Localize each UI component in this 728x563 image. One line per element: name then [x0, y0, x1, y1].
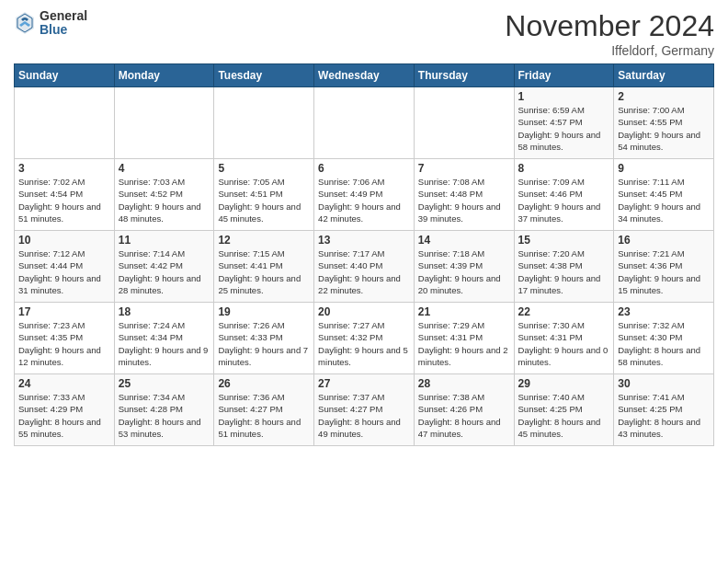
day-info: Sunrise: 7:33 AMSunset: 4:29 PMDaylight:… [18, 391, 110, 440]
day-cell-4-4: 28Sunrise: 7:38 AMSunset: 4:26 PMDayligh… [414, 374, 514, 446]
day-cell-3-2: 19Sunrise: 7:26 AMSunset: 4:33 PMDayligh… [214, 303, 314, 374]
day-cell-0-0 [15, 87, 115, 159]
day-number: 13 [318, 234, 410, 247]
day-cell-4-3: 27Sunrise: 7:37 AMSunset: 4:27 PMDayligh… [314, 374, 415, 446]
day-number: 22 [518, 305, 610, 318]
day-number: 28 [418, 377, 510, 390]
col-wednesday: Wednesday [314, 64, 415, 87]
day-cell-2-4: 14Sunrise: 7:18 AMSunset: 4:39 PMDayligh… [414, 231, 514, 303]
day-info: Sunrise: 7:18 AMSunset: 4:39 PMDaylight:… [418, 247, 510, 296]
day-number: 20 [318, 305, 410, 318]
day-info: Sunrise: 7:03 AMSunset: 4:52 PMDaylight:… [119, 176, 210, 224]
day-number: 26 [218, 377, 310, 390]
logo-blue: Blue [40, 23, 87, 37]
day-info: Sunrise: 7:20 AMSunset: 4:38 PMDaylight:… [518, 247, 610, 296]
day-info: Sunrise: 7:06 AMSunset: 4:49 PMDaylight:… [318, 176, 410, 224]
day-number: 29 [518, 377, 610, 390]
day-info: Sunrise: 7:26 AMSunset: 4:33 PMDaylight:… [218, 319, 310, 368]
day-number: 25 [119, 377, 210, 390]
day-cell-3-3: 20Sunrise: 7:27 AMSunset: 4:32 PMDayligh… [314, 303, 415, 374]
day-info: Sunrise: 7:37 AMSunset: 4:27 PMDaylight:… [318, 391, 410, 440]
day-info: Sunrise: 7:24 AMSunset: 4:34 PMDaylight:… [119, 319, 210, 368]
day-info: Sunrise: 7:00 AMSunset: 4:55 PMDaylight:… [618, 104, 710, 153]
day-info: Sunrise: 7:30 AMSunset: 4:31 PMDaylight:… [518, 319, 610, 368]
col-sunday: Sunday [15, 64, 115, 87]
day-info: Sunrise: 7:40 AMSunset: 4:25 PMDaylight:… [518, 391, 610, 440]
day-cell-3-0: 17Sunrise: 7:23 AMSunset: 4:35 PMDayligh… [15, 303, 115, 374]
day-cell-1-1: 4Sunrise: 7:03 AMSunset: 4:52 PMDaylight… [114, 159, 214, 231]
day-cell-3-4: 21Sunrise: 7:29 AMSunset: 4:31 PMDayligh… [414, 303, 514, 374]
day-cell-4-5: 29Sunrise: 7:40 AMSunset: 4:25 PMDayligh… [514, 374, 614, 446]
logo-icon [14, 10, 36, 36]
day-number: 19 [218, 305, 310, 318]
day-number: 17 [18, 305, 110, 318]
col-saturday: Saturday [614, 64, 714, 87]
day-cell-1-6: 9Sunrise: 7:11 AMSunset: 4:45 PMDaylight… [614, 159, 714, 231]
day-cell-2-5: 15Sunrise: 7:20 AMSunset: 4:38 PMDayligh… [514, 231, 614, 303]
day-cell-4-2: 26Sunrise: 7:36 AMSunset: 4:27 PMDayligh… [214, 374, 314, 446]
day-info: Sunrise: 6:59 AMSunset: 4:57 PMDaylight:… [518, 104, 610, 153]
day-info: Sunrise: 7:02 AMSunset: 4:54 PMDaylight:… [18, 176, 110, 224]
calendar-body: 1Sunrise: 6:59 AMSunset: 4:57 PMDaylight… [15, 87, 714, 446]
day-cell-0-1 [114, 87, 214, 159]
day-info: Sunrise: 7:36 AMSunset: 4:27 PMDaylight:… [218, 391, 310, 440]
col-monday: Monday [114, 64, 214, 87]
logo-general: General [40, 9, 87, 23]
day-info: Sunrise: 7:38 AMSunset: 4:26 PMDaylight:… [418, 391, 510, 440]
week-row-5: 24Sunrise: 7:33 AMSunset: 4:29 PMDayligh… [15, 374, 714, 446]
day-cell-0-5: 1Sunrise: 6:59 AMSunset: 4:57 PMDaylight… [514, 87, 614, 159]
day-number: 21 [418, 305, 510, 318]
day-cell-3-1: 18Sunrise: 7:24 AMSunset: 4:34 PMDayligh… [114, 303, 214, 374]
day-number: 12 [218, 234, 310, 247]
day-cell-2-2: 12Sunrise: 7:15 AMSunset: 4:41 PMDayligh… [214, 231, 314, 303]
page-container: General Blue November 2024 Iffeldorf, Ge… [0, 0, 728, 455]
day-cell-0-2 [214, 87, 314, 159]
day-info: Sunrise: 7:29 AMSunset: 4:31 PMDaylight:… [418, 319, 510, 368]
day-cell-0-3 [314, 87, 415, 159]
day-number: 6 [318, 162, 410, 175]
day-number: 15 [518, 234, 610, 247]
day-cell-2-1: 11Sunrise: 7:14 AMSunset: 4:42 PMDayligh… [114, 231, 214, 303]
day-cell-3-5: 22Sunrise: 7:30 AMSunset: 4:31 PMDayligh… [514, 303, 614, 374]
day-cell-1-5: 8Sunrise: 7:09 AMSunset: 4:46 PMDaylight… [514, 159, 614, 231]
day-number: 23 [618, 305, 710, 318]
day-number: 24 [18, 377, 110, 390]
day-number: 18 [119, 305, 210, 318]
day-cell-4-1: 25Sunrise: 7:34 AMSunset: 4:28 PMDayligh… [114, 374, 214, 446]
day-number: 11 [119, 234, 210, 247]
day-info: Sunrise: 7:05 AMSunset: 4:51 PMDaylight:… [218, 176, 310, 224]
day-info: Sunrise: 7:32 AMSunset: 4:30 PMDaylight:… [618, 319, 710, 368]
day-info: Sunrise: 7:08 AMSunset: 4:48 PMDaylight:… [418, 176, 510, 224]
day-cell-2-3: 13Sunrise: 7:17 AMSunset: 4:40 PMDayligh… [314, 231, 415, 303]
day-info: Sunrise: 7:17 AMSunset: 4:40 PMDaylight:… [318, 247, 410, 296]
day-cell-4-0: 24Sunrise: 7:33 AMSunset: 4:29 PMDayligh… [15, 374, 115, 446]
day-cell-1-4: 7Sunrise: 7:08 AMSunset: 4:48 PMDaylight… [414, 159, 514, 231]
calendar-table: Sunday Monday Tuesday Wednesday Thursday… [14, 63, 714, 446]
logo: General Blue [14, 9, 87, 38]
week-row-1: 1Sunrise: 6:59 AMSunset: 4:57 PMDaylight… [15, 87, 714, 159]
day-cell-3-6: 23Sunrise: 7:32 AMSunset: 4:30 PMDayligh… [614, 303, 714, 374]
week-row-2: 3Sunrise: 7:02 AMSunset: 4:54 PMDaylight… [15, 159, 714, 231]
day-info: Sunrise: 7:21 AMSunset: 4:36 PMDaylight:… [618, 247, 710, 296]
title-block: November 2024 Iffeldorf, Germany [505, 9, 714, 58]
day-info: Sunrise: 7:27 AMSunset: 4:32 PMDaylight:… [318, 319, 410, 368]
month-title: November 2024 [505, 9, 714, 43]
day-cell-1-3: 6Sunrise: 7:06 AMSunset: 4:49 PMDaylight… [314, 159, 415, 231]
col-friday: Friday [514, 64, 614, 87]
day-cell-2-6: 16Sunrise: 7:21 AMSunset: 4:36 PMDayligh… [614, 231, 714, 303]
day-info: Sunrise: 7:11 AMSunset: 4:45 PMDaylight:… [618, 176, 710, 224]
day-number: 2 [618, 90, 710, 103]
day-number: 16 [618, 234, 710, 247]
day-cell-0-4 [414, 87, 514, 159]
location: Iffeldorf, Germany [505, 43, 714, 58]
day-number: 8 [518, 162, 610, 175]
day-number: 9 [618, 162, 710, 175]
day-number: 5 [218, 162, 310, 175]
day-info: Sunrise: 7:41 AMSunset: 4:25 PMDaylight:… [618, 391, 710, 440]
day-cell-2-0: 10Sunrise: 7:12 AMSunset: 4:44 PMDayligh… [15, 231, 115, 303]
day-info: Sunrise: 7:23 AMSunset: 4:35 PMDaylight:… [18, 319, 110, 368]
day-cell-1-0: 3Sunrise: 7:02 AMSunset: 4:54 PMDaylight… [15, 159, 115, 231]
logo-text: General Blue [40, 9, 87, 38]
col-tuesday: Tuesday [214, 64, 314, 87]
day-number: 30 [618, 377, 710, 390]
